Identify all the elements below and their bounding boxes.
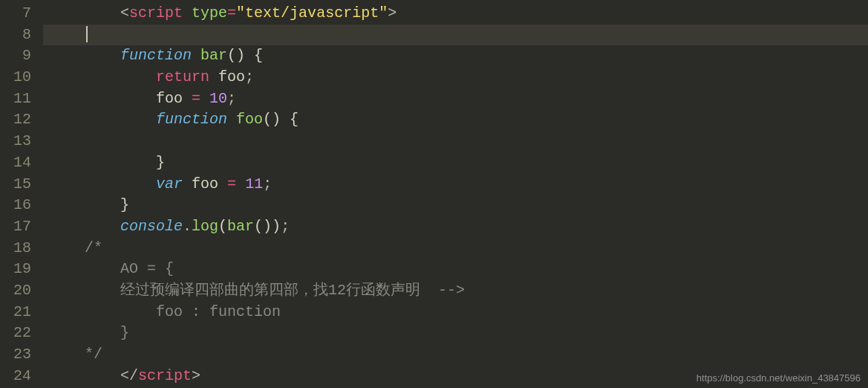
- watermark: https://blog.csdn.net/weixin_43847596: [696, 372, 861, 384]
- code-line: }: [43, 152, 868, 174]
- line-number: 22: [0, 323, 43, 344]
- line-number: 9: [0, 45, 43, 67]
- code-line: }: [43, 323, 868, 344]
- line-number: 11: [0, 88, 43, 110]
- code-line: }: [43, 195, 868, 216]
- line-number: 15: [0, 174, 43, 195]
- code-line: 经过预编译四部曲的第四部，找12行函数声明 -->: [43, 280, 868, 302]
- code-line: /*: [43, 238, 868, 259]
- line-number: 10: [0, 67, 43, 88]
- code-line: foo : function: [43, 302, 868, 323]
- line-number: 17: [0, 216, 43, 238]
- line-number: 24: [0, 366, 43, 387]
- line-number: 20: [0, 280, 43, 302]
- line-number: 18: [0, 238, 43, 259]
- code-line: return foo;: [43, 67, 868, 88]
- line-number: 8: [0, 25, 43, 46]
- code-line: */: [43, 344, 868, 366]
- code-line: function bar() {: [43, 45, 868, 67]
- code-area[interactable]: <script type="text/javascript"> function…: [43, 0, 868, 388]
- code-line-active: [43, 25, 868, 46]
- code-line: AO = {: [43, 259, 868, 280]
- line-number: 14: [0, 152, 43, 174]
- code-line: [43, 131, 868, 152]
- code-editor[interactable]: 789101112131415161718192021222324 <scrip…: [0, 0, 868, 388]
- code-line: var foo = 11;: [43, 174, 868, 195]
- code-line: <script type="text/javascript">: [43, 3, 868, 25]
- line-number: 13: [0, 131, 43, 152]
- code-line: foo = 10;: [43, 88, 868, 110]
- cursor: [86, 26, 88, 42]
- line-number-gutter: 789101112131415161718192021222324: [0, 0, 43, 388]
- line-number: 21: [0, 302, 43, 323]
- line-number: 19: [0, 259, 43, 280]
- code-line: function foo() {: [43, 109, 868, 131]
- line-number: 7: [0, 3, 43, 25]
- line-number: 16: [0, 195, 43, 216]
- code-line: console.log(bar());: [43, 216, 868, 238]
- line-number: 23: [0, 344, 43, 366]
- line-number: 12: [0, 109, 43, 131]
